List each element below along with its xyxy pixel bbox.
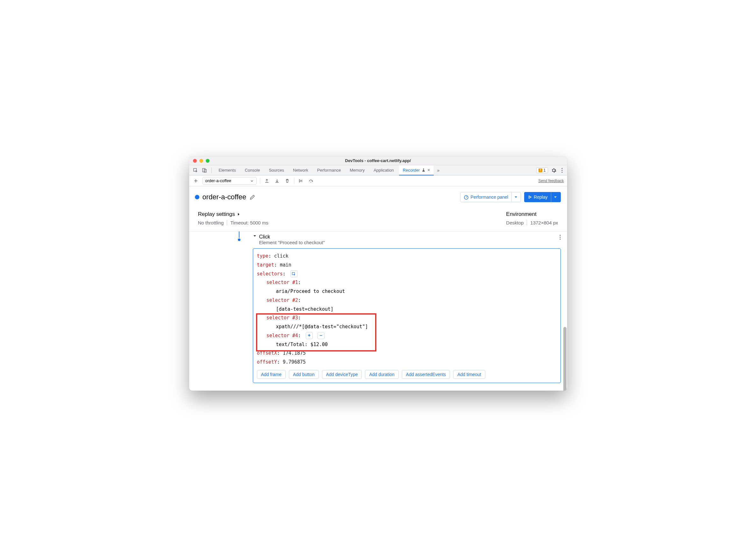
- close-tab-icon[interactable]: ×: [427, 167, 430, 173]
- tab-network[interactable]: Network: [289, 165, 312, 175]
- performance-panel-button[interactable]: Performance panel: [460, 192, 521, 202]
- steps-area: Click Element "Proceed to checkout" type…: [189, 231, 567, 391]
- step: Click Element "Proceed to checkout" type…: [253, 234, 561, 383]
- selector-4-key: selector #4: [267, 333, 298, 338]
- tab-memory[interactable]: Memory: [346, 165, 368, 175]
- export-icon[interactable]: [263, 177, 270, 184]
- target-key: target: [257, 262, 274, 268]
- recording-header: order-a-coffee Performance panel Replay: [189, 186, 567, 208]
- offsetx-key: offsetX: [257, 350, 277, 356]
- recording-title-area: order-a-coffee: [195, 193, 255, 201]
- target-row[interactable]: target: main: [257, 261, 557, 270]
- svg-point-3: [561, 168, 562, 169]
- replay-settings: Replay settings No throttling Timeout: 5…: [198, 211, 268, 225]
- send-feedback-link[interactable]: Send feedback: [538, 179, 564, 183]
- devtools-window: DevTools - coffee-cart.netlify.app/ Elem…: [189, 156, 567, 391]
- add-button-button[interactable]: Add button: [289, 370, 319, 379]
- recording-select[interactable]: order-a-coffee: [203, 177, 257, 185]
- environment-settings: Environment Desktop 1372×804 px: [506, 211, 558, 225]
- step-title: Click: [259, 234, 325, 240]
- selectors-key: selectors: [257, 271, 283, 277]
- pick-selector-icon[interactable]: [290, 270, 297, 277]
- divider: [527, 220, 527, 225]
- selector-4-value[interactable]: text/Total: $12.00: [257, 340, 557, 349]
- selector-2-row[interactable]: selector #2:: [257, 296, 557, 305]
- svg-point-5: [561, 172, 562, 173]
- device-toolbar-icon[interactable]: [201, 167, 208, 174]
- selector-1-row[interactable]: selector #1:: [257, 278, 557, 287]
- selector-1-key: selector #1: [267, 280, 298, 285]
- replay-button[interactable]: Replay: [524, 192, 561, 202]
- settings-row: Replay settings No throttling Timeout: 5…: [189, 208, 567, 231]
- tab-performance[interactable]: Performance: [313, 165, 345, 175]
- target-value: main: [280, 262, 291, 268]
- step-header[interactable]: Click Element "Proceed to checkout": [253, 234, 561, 245]
- new-recording-icon[interactable]: [192, 177, 199, 184]
- step-details-panel: type: click target: main selectors: sele…: [253, 248, 561, 383]
- type-row[interactable]: type: click: [257, 252, 557, 261]
- replay-settings-header[interactable]: Replay settings: [198, 211, 268, 217]
- throttling-value: No throttling: [198, 220, 224, 225]
- offsetx-row[interactable]: offsetX: 174.1875: [257, 349, 557, 358]
- tab-console[interactable]: Console: [241, 165, 264, 175]
- titlebar: DevTools - coffee-cart.netlify.app/: [189, 156, 567, 165]
- type-key: type: [257, 253, 268, 259]
- flask-icon: [422, 168, 425, 172]
- performance-panel-label: Performance panel: [471, 195, 508, 200]
- add-duration-button[interactable]: Add duration: [365, 370, 398, 379]
- add-frame-button[interactable]: Add frame: [257, 370, 286, 379]
- tab-application[interactable]: Application: [370, 165, 398, 175]
- offsety-key: offsetY: [257, 359, 277, 365]
- environment-header: Environment: [506, 211, 558, 217]
- selector-3-value[interactable]: xpath///*[@data-test="checkout"]: [257, 323, 557, 331]
- step-menu-icon[interactable]: [560, 234, 561, 240]
- recording-dot-icon: [195, 195, 199, 199]
- svg-point-6: [310, 182, 311, 182]
- replay-dropdown-icon[interactable]: [551, 192, 557, 202]
- svg-point-8: [560, 235, 560, 236]
- timeline: [236, 231, 246, 391]
- dimensions-value: 1372×804 px: [530, 220, 558, 225]
- selector-1-value[interactable]: aria/Proceed to checkout: [257, 287, 557, 296]
- add-assertedevents-button[interactable]: Add assertedEvents: [402, 370, 450, 379]
- tab-recorder[interactable]: Recorder ×: [399, 165, 434, 175]
- tab-elements[interactable]: Elements: [215, 165, 240, 175]
- environment-values: Desktop 1372×804 px: [506, 220, 558, 225]
- collapse-icon[interactable]: [253, 234, 257, 238]
- tab-sources[interactable]: Sources: [265, 165, 288, 175]
- more-tabs-icon[interactable]: »: [435, 168, 441, 173]
- selector-2-value[interactable]: [data-test=checkout]: [257, 305, 557, 314]
- device-value: Desktop: [506, 220, 524, 225]
- import-icon[interactable]: [274, 177, 281, 184]
- recording-select-value: order-a-coffee: [205, 178, 231, 183]
- perf-dropdown-icon[interactable]: [511, 192, 517, 202]
- selector-3-key: selector #3: [267, 315, 298, 321]
- selectors-row[interactable]: selectors:: [257, 270, 557, 279]
- inspect-icon[interactable]: [192, 167, 199, 174]
- divider: [260, 178, 260, 184]
- settings-gear-icon[interactable]: [549, 167, 558, 173]
- edit-title-icon[interactable]: [249, 193, 255, 201]
- remove-selector-icon[interactable]: −: [317, 332, 325, 339]
- scrollbar[interactable]: [563, 327, 567, 391]
- step-over-icon[interactable]: [308, 177, 315, 184]
- environment-label: Environment: [506, 211, 536, 217]
- offsety-row[interactable]: offsetY: 9.796875: [257, 358, 557, 367]
- play-icon: [528, 195, 532, 199]
- add-devicetype-button[interactable]: Add deviceType: [322, 370, 362, 379]
- recording-actions: Performance panel Replay: [460, 192, 561, 202]
- replay-label: Replay: [534, 195, 548, 200]
- step-subtitle: Element "Proceed to checkout": [259, 240, 325, 245]
- add-timeout-button[interactable]: Add timeout: [453, 370, 485, 379]
- delete-icon[interactable]: [284, 177, 291, 184]
- recorder-toolbar: order-a-coffee Send feedback: [189, 175, 567, 186]
- step-play-icon[interactable]: [297, 177, 304, 184]
- timeout-value: Timeout: 5000 ms: [230, 220, 268, 225]
- selector-4-row[interactable]: selector #4: + −: [257, 331, 557, 340]
- warnings-badge[interactable]: ! 1: [536, 167, 548, 173]
- offsetx-value: 174.1875: [283, 350, 306, 356]
- kebab-menu-icon[interactable]: [560, 167, 565, 173]
- add-selector-icon[interactable]: +: [306, 332, 313, 339]
- tab-recorder-label: Recorder: [403, 168, 420, 173]
- selector-3-row[interactable]: selector #3:: [257, 314, 557, 323]
